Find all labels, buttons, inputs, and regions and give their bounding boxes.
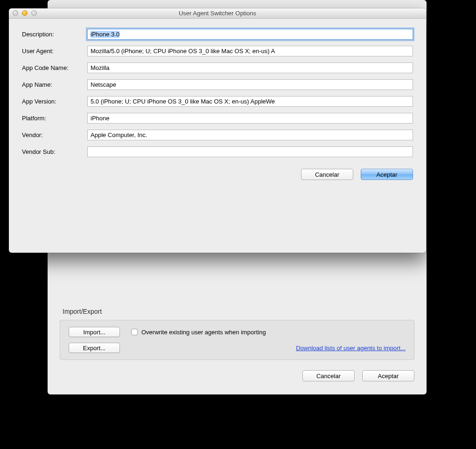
- download-link[interactable]: Download lists of user agents to import.…: [296, 345, 406, 352]
- zoom-icon[interactable]: [31, 10, 37, 16]
- accept-button[interactable]: Aceptar: [361, 169, 413, 180]
- minimize-icon[interactable]: [22, 10, 28, 16]
- export-button[interactable]: Export...: [69, 343, 120, 353]
- close-icon[interactable]: [13, 10, 18, 16]
- window-traffic-lights: [13, 10, 37, 16]
- app-code-name-input[interactable]: [87, 62, 413, 73]
- parent-cancel-button[interactable]: Cancelar: [302, 370, 355, 381]
- import-export-heading: Import/Export: [63, 271, 414, 315]
- overwrite-checkbox-wrap[interactable]: Overwrite existing user agents when impo…: [131, 329, 266, 336]
- vendor-label: Vendor:: [22, 131, 87, 138]
- user-agent-label: User Agent:: [22, 48, 87, 55]
- app-version-input[interactable]: [87, 96, 413, 107]
- app-name-label: App Name:: [22, 81, 87, 88]
- app-code-name-label: App Code Name:: [22, 64, 87, 71]
- edit-user-agent-dialog: User Agent Switcher Options Description:…: [9, 8, 426, 253]
- title-bar: User Agent Switcher Options: [9, 8, 426, 19]
- app-name-input[interactable]: [87, 79, 413, 90]
- vendor-sub-input[interactable]: [87, 146, 413, 157]
- import-export-group: Import... Overwrite existing user agents…: [60, 320, 414, 360]
- parent-accept-button[interactable]: Aceptar: [362, 370, 414, 381]
- vendor-sub-label: Vendor Sub:: [22, 148, 87, 155]
- overwrite-checkbox[interactable]: [131, 329, 138, 335]
- user-agent-input[interactable]: [87, 46, 413, 56]
- cancel-button[interactable]: Cancelar: [301, 169, 353, 180]
- form-area: Description: User Agent: App Code Name: …: [9, 19, 426, 167]
- description-input[interactable]: [87, 29, 413, 40]
- platform-label: Platform:: [22, 115, 87, 122]
- overwrite-label: Overwrite existing user agents when impo…: [141, 329, 266, 336]
- platform-input[interactable]: [87, 113, 413, 124]
- window-title: User Agent Switcher Options: [179, 10, 256, 17]
- app-version-label: App Version:: [22, 98, 87, 105]
- description-label: Description:: [22, 31, 87, 38]
- vendor-input[interactable]: [87, 130, 413, 140]
- import-button[interactable]: Import...: [69, 327, 120, 337]
